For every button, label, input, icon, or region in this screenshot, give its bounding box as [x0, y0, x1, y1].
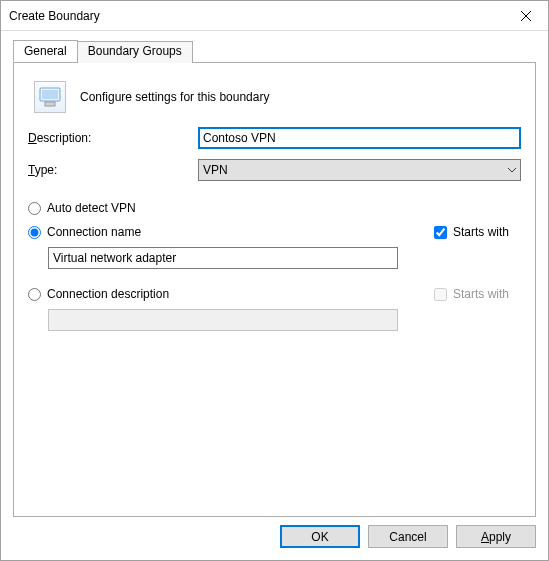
create-boundary-dialog: Create Boundary General Boundary Groups	[0, 0, 549, 561]
description-input[interactable]	[198, 127, 521, 149]
auto-detect-row: Auto detect VPN	[28, 201, 521, 215]
tab-container: General Boundary Groups Configure settin…	[1, 31, 548, 517]
type-label: Type:	[28, 163, 198, 177]
tab-groups-label: Boundary Groups	[88, 44, 182, 58]
svg-rect-4	[45, 102, 55, 106]
connection-desc-radio[interactable]	[28, 288, 41, 301]
boundary-icon	[34, 81, 66, 113]
apply-label: Apply	[481, 530, 511, 544]
connection-name-radio[interactable]	[28, 226, 41, 239]
tab-strip: General Boundary Groups	[13, 39, 536, 61]
ok-button[interactable]: OK	[280, 525, 360, 548]
type-select[interactable]: VPN	[198, 159, 521, 181]
ok-label: OK	[311, 530, 328, 544]
tab-general-label: General	[24, 44, 67, 58]
apply-button[interactable]: Apply	[456, 525, 536, 548]
cancel-label: Cancel	[389, 530, 426, 544]
connection-name-input[interactable]	[48, 247, 398, 269]
description-label: Description:	[28, 131, 198, 145]
panel-subtitle: Configure settings for this boundary	[80, 90, 269, 104]
close-icon	[521, 11, 531, 21]
close-button[interactable]	[503, 1, 548, 31]
svg-rect-3	[42, 90, 58, 99]
connection-name-sub	[28, 247, 521, 269]
tab-general[interactable]: General	[13, 40, 78, 62]
auto-detect-radio[interactable]	[28, 202, 41, 215]
auto-detect-label: Auto detect VPN	[47, 201, 136, 215]
tab-panel-general: Configure settings for this boundary Des…	[13, 62, 536, 517]
dialog-footer: OK Cancel Apply	[1, 517, 548, 560]
connection-name-row: Connection name Starts with	[28, 225, 521, 239]
description-row: Description:	[28, 127, 521, 149]
panel-header: Configure settings for this boundary	[28, 77, 521, 127]
chevron-down-icon	[508, 159, 516, 181]
type-value: VPN	[203, 163, 228, 177]
window-title: Create Boundary	[9, 9, 503, 23]
tab-boundary-groups[interactable]: Boundary Groups	[77, 41, 193, 63]
connection-desc-label: Connection description	[47, 287, 169, 301]
type-row: Type: VPN	[28, 159, 521, 181]
name-starts-with-label: Starts with	[453, 225, 509, 239]
desc-starts-with-checkbox	[434, 288, 447, 301]
connection-desc-input	[48, 309, 398, 331]
titlebar: Create Boundary	[1, 1, 548, 31]
connection-desc-row: Connection description Starts with	[28, 287, 521, 301]
cancel-button[interactable]: Cancel	[368, 525, 448, 548]
connection-name-label: Connection name	[47, 225, 141, 239]
connection-desc-sub	[28, 309, 521, 331]
desc-starts-with-label: Starts with	[453, 287, 509, 301]
name-starts-with-checkbox[interactable]	[434, 226, 447, 239]
